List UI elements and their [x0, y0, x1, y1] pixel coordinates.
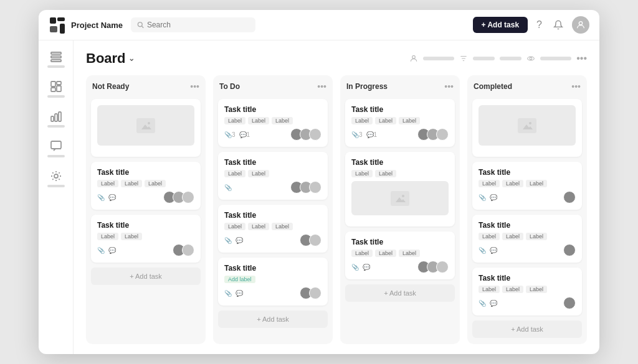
list-item: Label: [248, 170, 269, 177]
avatar: [182, 191, 194, 203]
add-task-not-ready[interactable]: + Add task: [91, 268, 201, 285]
card-footer: 📎 💬: [478, 244, 576, 256]
sidebar-item-board[interactable]: [47, 80, 65, 98]
more-options-button[interactable]: •••: [576, 53, 587, 64]
table-row: Task title Label Label Label 📎 💬: [91, 162, 201, 210]
svg-rect-1: [57, 17, 65, 21]
card-meta: 📎 💬: [478, 194, 497, 201]
sidebar: [39, 40, 74, 354]
list-item: Label: [351, 170, 373, 177]
help-button[interactable]: ?: [534, 17, 545, 33]
card-footer: 📎 💬: [97, 191, 194, 203]
add-task-in-progress[interactable]: + Add task: [345, 284, 455, 302]
card-avatars: [563, 244, 576, 256]
table-row: [91, 99, 201, 157]
card-labels: Label Label Label: [224, 223, 321, 230]
attachment-icon: 📎: [97, 247, 105, 254]
comment-icon: 💬: [363, 264, 370, 271]
list-item: Label: [478, 233, 500, 240]
card-labels: Label Label Label: [478, 233, 576, 240]
list-item: Label: [248, 117, 269, 124]
sidebar-item-list[interactable]: [47, 50, 65, 68]
svg-rect-15: [55, 114, 57, 121]
search-input[interactable]: [147, 21, 249, 29]
list-item: Label: [121, 180, 142, 187]
svg-point-30: [529, 122, 531, 124]
chart-icon: [50, 110, 62, 123]
column-more-not-ready[interactable]: •••: [190, 82, 199, 91]
list-item: Label: [248, 223, 269, 230]
image-placeholder-icon: [518, 118, 536, 133]
board-header: Board ⌄ •••: [86, 50, 587, 67]
table-row: Task title Label Label Label 📎 💬: [345, 231, 455, 279]
filter-bar-2: [473, 57, 495, 60]
attachment-icon: 📎: [351, 264, 359, 271]
add-task-completed[interactable]: + Add task: [472, 320, 582, 338]
board-icon: [50, 80, 62, 93]
list-item: Label: [502, 180, 523, 187]
column-title-to-do: To Do: [219, 82, 240, 91]
sidebar-item-settings[interactable]: [47, 170, 65, 187]
list-item: Label: [478, 180, 500, 187]
column-to-do: To Do ••• Task title Label Label Label: [213, 75, 333, 344]
sidebar-item-chart[interactable]: [47, 110, 65, 128]
notification-button[interactable]: [551, 17, 566, 32]
svg-rect-13: [57, 86, 61, 91]
card-avatars: [290, 181, 321, 194]
column-more-completed[interactable]: •••: [571, 82, 581, 91]
avatar: [436, 261, 449, 273]
list-item: Label: [375, 170, 396, 177]
filter-icon: [459, 54, 468, 63]
card-footer: 📎: [224, 181, 321, 194]
search-bar[interactable]: [131, 17, 255, 32]
card-meta: 📎 💬: [97, 247, 116, 254]
column-more-to-do[interactable]: •••: [317, 82, 326, 91]
comment-icon: 💬: [108, 247, 116, 254]
card-image: [351, 181, 449, 215]
avatar-icon: [576, 20, 586, 30]
table-row: Task title Label Label Label 📎3 💬1: [218, 99, 328, 147]
attachment-icon: 📎: [224, 184, 232, 191]
svg-rect-3: [60, 24, 65, 34]
svg-rect-0: [50, 17, 56, 24]
list-item: Label: [375, 117, 396, 124]
avatar: [563, 297, 576, 309]
board-chevron-icon[interactable]: ⌄: [128, 54, 135, 63]
column-title-not-ready: Not Ready: [92, 82, 129, 91]
add-task-to-do[interactable]: + Add task: [218, 310, 328, 328]
card-labels: Label Label: [97, 233, 194, 240]
table-row: Task title Label Label: [345, 152, 455, 226]
main-area: Board ⌄ •••: [39, 40, 599, 354]
svg-rect-12: [51, 88, 55, 91]
search-icon: [137, 21, 144, 29]
add-task-button[interactable]: + Add task: [473, 17, 528, 33]
svg-rect-9: [51, 60, 61, 62]
sidebar-item-chat[interactable]: [47, 140, 65, 157]
card-avatars: [563, 297, 576, 309]
eye-icon: [526, 54, 535, 63]
chat-icon: [50, 140, 62, 152]
comment-icon: 💬: [490, 194, 497, 201]
card-image: [478, 105, 576, 146]
user-avatar[interactable]: [572, 16, 589, 34]
sidebar-label-settings: [47, 185, 65, 187]
attachment-icon: 📎: [478, 247, 486, 254]
comment-icon: 💬: [490, 247, 497, 254]
comment-count: 💬1: [239, 131, 250, 138]
card-footer: 📎3 💬1: [351, 128, 449, 141]
comment-icon: 💬: [108, 194, 116, 201]
list-item: Add label: [224, 276, 255, 283]
sidebar-label-chat: [47, 155, 65, 157]
card-avatars: [417, 128, 449, 141]
attachment-icon: 📎: [478, 194, 486, 201]
card-labels: Label Label: [351, 170, 449, 177]
sidebar-label-list: [47, 65, 65, 68]
column-header-not-ready: Not Ready •••: [91, 82, 201, 94]
list-item: Label: [97, 180, 118, 187]
list-item: Label: [224, 170, 245, 177]
card-title: Task title: [478, 221, 576, 230]
settings-icon: [50, 170, 62, 182]
column-more-in-progress[interactable]: •••: [444, 82, 454, 91]
image-placeholder-icon: [136, 118, 155, 133]
list-item: Label: [224, 117, 245, 124]
